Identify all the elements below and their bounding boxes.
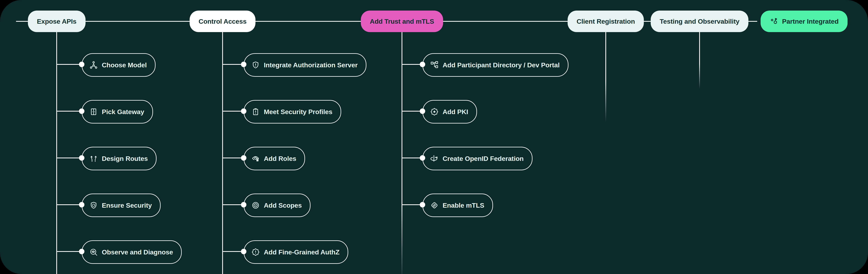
task-pill-observe-and-diagnose[interactable]: Observe and Diagnose — [82, 240, 182, 264]
task-label: Meet Security Profiles — [264, 108, 332, 116]
task-label: Add Scopes — [264, 201, 302, 209]
route-fork-icon — [89, 154, 98, 163]
task-pill-ensure-security[interactable]: Ensure Security — [82, 194, 161, 217]
task-pill-integrate-authorization-server[interactable]: Integrate Authorization Server — [244, 53, 366, 77]
task-label: Ensure Security — [102, 201, 152, 209]
connector-dot — [420, 202, 425, 208]
connector-line — [57, 111, 82, 112]
connector-line — [57, 158, 82, 158]
connector-dot — [420, 62, 425, 67]
milestone-label: Add Trust and mTLS — [370, 18, 434, 25]
eye-lock-icon — [251, 154, 260, 163]
seal-alert-icon — [251, 248, 260, 256]
milestone-flag-icon — [770, 17, 778, 26]
task-pill-add-scopes[interactable]: Add Scopes — [244, 194, 310, 217]
branch-line-1 — [56, 32, 57, 274]
milestone-label: Partner Integrated — [782, 18, 838, 25]
task-pill-choose-model[interactable]: Choose Model — [82, 53, 156, 77]
task-pill-meet-security-profiles[interactable]: Meet Security Profiles — [244, 100, 341, 124]
branch-line-3 — [402, 32, 402, 274]
task-label: Add PKI — [443, 108, 468, 116]
connector-line — [223, 158, 244, 158]
task-label: Enable mTLS — [443, 201, 484, 209]
task-label: Integrate Authorization Server — [264, 61, 358, 69]
task-label: Observe and Diagnose — [102, 248, 173, 256]
milestone-pill-client-registration[interactable]: Client Registration — [568, 10, 644, 32]
connector-line — [402, 204, 423, 205]
branch-line-5 — [699, 32, 700, 89]
connector-dot — [241, 108, 246, 114]
connector-dot — [79, 155, 85, 161]
branch-line-4 — [606, 32, 606, 122]
task-pill-enable-mtls[interactable]: Enable mTLS — [423, 194, 493, 217]
magnifier-eye-icon — [89, 248, 98, 256]
connector-dot — [79, 62, 85, 67]
task-pill-add-fine-grained-authz[interactable]: Add Fine-Grained AuthZ — [244, 240, 348, 264]
shield-alert-icon — [251, 61, 260, 69]
seal-star-icon — [430, 107, 439, 116]
roadmap-canvas: Choose ModelPick GatewayDesign RoutesEns… — [0, 0, 868, 274]
connector-line — [402, 158, 423, 158]
connector-dot — [420, 108, 425, 114]
roadmap-panel: Choose ModelPick GatewayDesign RoutesEns… — [0, 0, 868, 274]
task-label: Add Fine-Grained AuthZ — [264, 248, 339, 256]
hatched-shield-icon — [430, 201, 439, 210]
task-label: Pick Gateway — [102, 108, 144, 116]
decision-tree-icon — [89, 61, 98, 69]
connector-line — [402, 111, 423, 112]
task-pill-create-openid-federation[interactable]: Create OpenID Federation — [423, 147, 532, 170]
connector-line — [223, 204, 244, 205]
task-pill-design-routes[interactable]: Design Routes — [82, 147, 157, 170]
connector-dot — [79, 249, 85, 254]
org-chart-icon — [430, 61, 439, 69]
shield-scan-icon — [89, 201, 98, 210]
task-pill-add-pki[interactable]: Add PKI — [423, 100, 477, 124]
branch-line-2 — [222, 32, 223, 274]
milestone-pill-partner-integrated[interactable]: Partner Integrated — [761, 10, 847, 32]
task-pill-add-participant-directory-dev-portal[interactable]: Add Participant Directory / Dev Portal — [423, 53, 568, 77]
task-label: Add Participant Directory / Dev Portal — [443, 61, 560, 69]
milestone-pill-expose-apis[interactable]: Expose APIs — [28, 10, 86, 32]
connector-dot — [241, 202, 246, 208]
task-label: Design Routes — [102, 155, 148, 162]
connector-dot — [79, 108, 85, 114]
clipboard-alert-icon — [251, 107, 260, 116]
connector-line — [223, 111, 244, 112]
milestone-label: Testing and Observability — [660, 18, 739, 25]
connector-line — [57, 251, 82, 252]
target-icon — [251, 201, 260, 210]
connector-dot — [241, 249, 246, 254]
gateway-door-icon — [89, 107, 98, 116]
connector-line — [57, 64, 82, 65]
task-label: Add Roles — [264, 155, 296, 162]
connector-line — [57, 204, 82, 205]
connector-line — [223, 251, 244, 252]
task-label: Create OpenID Federation — [443, 155, 524, 162]
task-label: Choose Model — [102, 61, 147, 69]
milestone-pill-add-trust-and-mtls[interactable]: Add Trust and mTLS — [361, 10, 443, 32]
task-pill-pick-gateway[interactable]: Pick Gateway — [82, 100, 153, 124]
connector-line — [402, 64, 423, 65]
milestone-pill-testing-and-observability[interactable]: Testing and Observability — [651, 10, 748, 32]
task-pill-add-roles[interactable]: Add Roles — [244, 147, 305, 170]
connector-dot — [241, 155, 246, 161]
connector-dot — [241, 62, 246, 67]
milestone-label: Client Registration — [577, 18, 635, 25]
connector-line — [223, 64, 244, 65]
connector-dot — [420, 155, 425, 161]
connector-dot — [79, 202, 85, 208]
openid-federation-icon — [430, 154, 439, 163]
milestone-label: Control Access — [198, 18, 246, 25]
milestone-label: Expose APIs — [37, 18, 76, 25]
milestone-pill-control-access[interactable]: Control Access — [190, 10, 255, 32]
